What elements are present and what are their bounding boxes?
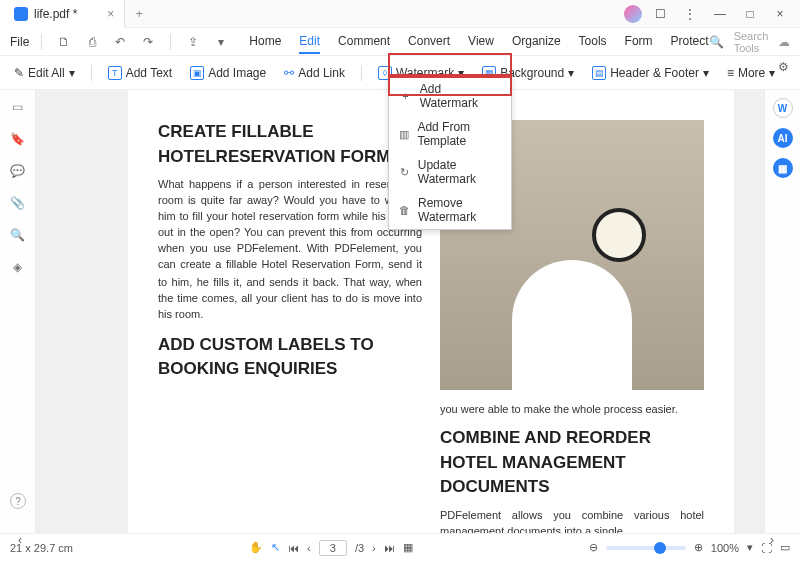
read-mode-icon[interactable]: ▭	[780, 541, 790, 554]
last-page-icon[interactable]: ⏭	[384, 542, 395, 554]
prev-page-icon[interactable]: ‹	[307, 542, 311, 554]
add-link-button[interactable]: ⚯ Add Link	[278, 62, 351, 84]
menu-update-watermark[interactable]: ↻ Update Watermark	[389, 153, 511, 191]
link-icon: ⚯	[284, 66, 294, 80]
zoom-out-icon[interactable]: ⊖	[589, 541, 598, 554]
comment-panel-icon[interactable]: 💬	[9, 162, 27, 180]
header-footer-button[interactable]: ▤ Header & Footer ▾	[586, 62, 715, 84]
share-icon[interactable]: ⇪	[183, 32, 203, 52]
document-tab-title: life.pdf *	[34, 7, 77, 21]
separator	[41, 34, 42, 50]
layers-icon[interactable]: ◈	[9, 258, 27, 276]
new-tab-button[interactable]: +	[125, 7, 153, 21]
bookmark-icon[interactable]: 🔖	[9, 130, 27, 148]
ai-assistant-icon[interactable]: AI	[773, 128, 793, 148]
edit-all-button[interactable]: ✎ Edit All ▾	[8, 62, 81, 84]
tab-home[interactable]: Home	[249, 30, 281, 54]
kebab-menu-icon[interactable]: ⋮	[678, 4, 702, 24]
word-export-icon[interactable]: W	[773, 98, 793, 118]
tab-view[interactable]: View	[468, 30, 494, 54]
fit-layout-icon[interactable]: ▦	[403, 541, 413, 554]
heading-2: ADD CUSTOM LABELS TO BOOKING ENQUIRIES	[158, 333, 422, 382]
undo-icon[interactable]: ↶	[110, 32, 130, 52]
chevron-down-icon: ▾	[703, 66, 709, 80]
menu-add-watermark[interactable]: + Add Watermark	[389, 77, 511, 115]
header-footer-icon: ▤	[592, 66, 606, 80]
zoom-slider[interactable]	[606, 546, 686, 550]
ai-tools-icon[interactable]: ▦	[773, 158, 793, 178]
chevron-down-icon[interactable]: ▾	[747, 541, 753, 554]
fit-page-icon[interactable]: ⛶	[761, 542, 772, 554]
user-avatar[interactable]	[624, 5, 642, 23]
add-text-button[interactable]: T Add Text	[102, 62, 178, 84]
template-icon: ▥	[399, 128, 409, 141]
app-icon	[14, 7, 28, 21]
image-icon: ▣	[190, 66, 204, 80]
plus-icon: +	[399, 90, 412, 102]
tab-comment[interactable]: Comment	[338, 30, 390, 54]
tab-protect[interactable]: Protect	[671, 30, 709, 54]
chevron-down-icon: ▾	[769, 66, 775, 80]
search-tools-input[interactable]: Search Tools	[734, 30, 769, 54]
tab-edit[interactable]: Edit	[299, 30, 320, 54]
first-page-icon[interactable]: ⏮	[288, 542, 299, 554]
tab-organize[interactable]: Organize	[512, 30, 561, 54]
zoom-in-icon[interactable]: ⊕	[694, 541, 703, 554]
chevron-down-icon: ▾	[69, 66, 75, 80]
select-tool-icon[interactable]: ↖	[271, 541, 280, 554]
separator	[361, 65, 362, 81]
page-number-input[interactable]: 3	[319, 540, 347, 556]
print-icon[interactable]: ⎙	[82, 32, 102, 52]
window-close-button[interactable]: ×	[768, 4, 792, 24]
window-minimize-button[interactable]: —	[708, 4, 732, 24]
search-icon[interactable]: 🔍	[709, 35, 724, 49]
save-icon[interactable]: 🗋	[54, 32, 74, 52]
heading-3: COMBINE AND REORDER HOTEL MANAGEMENT DOC…	[440, 426, 704, 500]
separator	[91, 65, 92, 81]
chevron-down-icon: ▾	[568, 66, 574, 80]
hand-tool-icon[interactable]: ✋	[249, 541, 263, 554]
redo-icon[interactable]: ↷	[138, 32, 158, 52]
help-icon[interactable]: ?	[10, 493, 26, 509]
pencil-icon: ✎	[14, 66, 24, 80]
heading-1: CREATE FILLABLE HOTELRESERVATION FORM	[158, 120, 422, 169]
close-tab-icon[interactable]: ×	[107, 7, 114, 21]
panel-toggle-icon[interactable]: ⚙	[778, 60, 790, 70]
tab-form[interactable]: Form	[625, 30, 653, 54]
menu-add-from-template[interactable]: ▥ Add From Template	[389, 115, 511, 153]
more-icon: ≡	[727, 66, 734, 80]
attachment-icon[interactable]: 📎	[9, 194, 27, 212]
dropdown-icon[interactable]: ▾	[211, 32, 231, 52]
body-text: to him, he fills it, and sends it back. …	[158, 275, 422, 323]
text-icon: T	[108, 66, 122, 80]
cloud-up-icon[interactable]: ☁	[778, 35, 790, 49]
body-text: you were able to make the whole process …	[440, 402, 704, 418]
page-total: /3	[355, 542, 364, 554]
thumbnail-icon[interactable]: ▭	[9, 98, 27, 116]
search-panel-icon[interactable]: 🔍	[9, 226, 27, 244]
window-maximize-button[interactable]: □	[738, 4, 762, 24]
add-image-button[interactable]: ▣ Add Image	[184, 62, 272, 84]
tab-tools[interactable]: Tools	[579, 30, 607, 54]
body-text: What happens if a person interested in r…	[158, 177, 422, 273]
file-menu[interactable]: File	[10, 35, 29, 49]
refresh-icon: ↻	[399, 166, 410, 179]
feedback-icon[interactable]: ☐	[648, 4, 672, 24]
separator	[170, 34, 171, 50]
tab-convert[interactable]: Convert	[408, 30, 450, 54]
zoom-level[interactable]: 100%	[711, 542, 739, 554]
document-tab[interactable]: life.pdf * ×	[0, 0, 125, 28]
menu-remove-watermark[interactable]: 🗑 Remove Watermark	[389, 191, 511, 229]
trash-icon: 🗑	[399, 204, 410, 216]
next-page-icon[interactable]: ›	[372, 542, 376, 554]
page-dimensions: 21 x 29.7 cm	[10, 542, 73, 554]
body-text: PDFelement allows you combine various ho…	[440, 508, 704, 533]
more-button[interactable]: ≡ More ▾	[721, 62, 781, 84]
watermark-dropdown: + Add Watermark ▥ Add From Template ↻ Up…	[388, 76, 512, 230]
